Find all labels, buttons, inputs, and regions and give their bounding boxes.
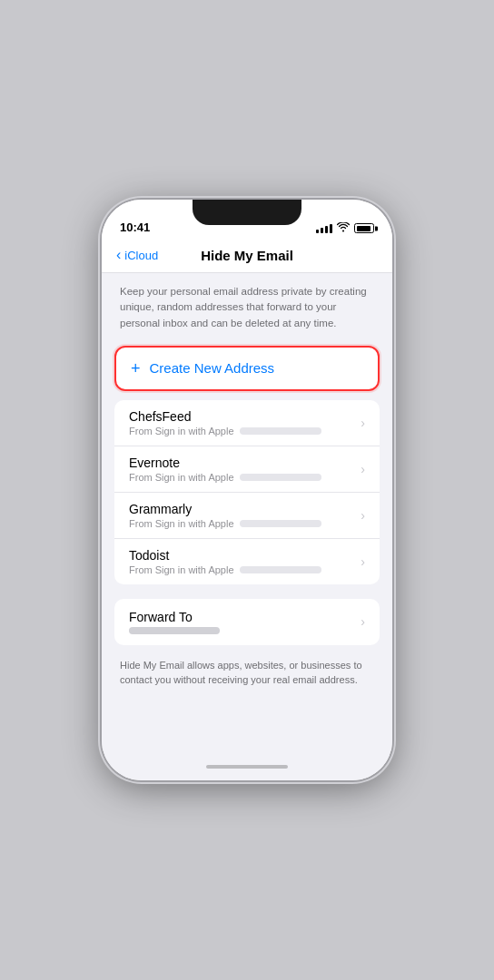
description-text: Keep your personal email address private… bbox=[102, 273, 392, 342]
list-item[interactable]: Grammarly From Sign in with Apple › bbox=[114, 493, 380, 539]
forward-to-section: Forward To › bbox=[114, 599, 380, 645]
app-list-section: ChefsFeed From Sign in with Apple › Ever… bbox=[114, 400, 380, 584]
signal-bar-3 bbox=[325, 226, 328, 233]
list-item-title: Grammarly bbox=[129, 502, 361, 516]
page-title: Hide My Email bbox=[201, 248, 293, 263]
status-icons bbox=[316, 222, 374, 234]
create-button-label: Create New Address bbox=[150, 360, 275, 376]
list-item-content: ChefsFeed From Sign in with Apple bbox=[129, 409, 361, 436]
list-item-title: ChefsFeed bbox=[129, 409, 361, 424]
phone-screen: 10:41 bbox=[102, 200, 392, 780]
signal-bar-1 bbox=[316, 230, 319, 233]
signal-bar-4 bbox=[330, 224, 332, 233]
signal-bars-icon bbox=[316, 223, 332, 233]
signal-bar-2 bbox=[321, 228, 323, 233]
redacted-email bbox=[240, 474, 321, 481]
footer-text: Hide My Email allows apps, websites, or … bbox=[102, 654, 392, 706]
status-bar: 10:41 bbox=[102, 200, 392, 240]
list-item-content: Evernote From Sign in with Apple bbox=[129, 456, 361, 483]
battery-icon bbox=[354, 223, 374, 233]
list-item-subtitle: From Sign in with Apple bbox=[129, 518, 361, 529]
home-indicator bbox=[102, 753, 392, 780]
list-item[interactable]: ChefsFeed From Sign in with Apple › bbox=[114, 400, 380, 446]
redacted-email bbox=[240, 566, 321, 573]
back-chevron-icon: ‹ bbox=[116, 247, 121, 263]
nav-bar: ‹ iCloud Hide My Email bbox=[102, 240, 392, 273]
list-item-content: Grammarly From Sign in with Apple bbox=[129, 502, 361, 529]
plus-icon: + bbox=[131, 360, 141, 377]
forward-to-item[interactable]: Forward To › bbox=[114, 599, 380, 645]
list-chevron-icon: › bbox=[361, 416, 365, 430]
forward-content: Forward To bbox=[129, 610, 361, 634]
redacted-email bbox=[240, 520, 321, 527]
list-chevron-icon: › bbox=[361, 554, 365, 569]
list-item-subtitle: From Sign in with Apple bbox=[129, 426, 361, 436]
create-button-container: + Create New Address bbox=[102, 342, 392, 400]
back-button[interactable]: ‹ iCloud bbox=[116, 247, 158, 263]
redacted-email bbox=[240, 427, 321, 435]
forward-title: Forward To bbox=[129, 610, 361, 624]
list-chevron-icon: › bbox=[361, 508, 365, 523]
list-item-subtitle: From Sign in with Apple bbox=[129, 472, 361, 483]
home-bar bbox=[206, 765, 288, 769]
list-item[interactable]: Evernote From Sign in with Apple › bbox=[114, 446, 380, 493]
list-item-title: Evernote bbox=[129, 456, 361, 470]
battery-fill bbox=[357, 226, 370, 231]
create-new-address-button[interactable]: + Create New Address bbox=[114, 346, 380, 391]
list-item[interactable]: Todoist From Sign in with Apple › bbox=[114, 539, 380, 584]
back-label: iCloud bbox=[124, 249, 158, 262]
forward-email-redacted bbox=[129, 627, 220, 634]
forward-chevron-icon: › bbox=[361, 614, 365, 629]
list-chevron-icon: › bbox=[361, 462, 365, 476]
status-time: 10:41 bbox=[120, 220, 150, 234]
scroll-content[interactable]: Keep your personal email address private… bbox=[102, 273, 392, 753]
list-item-subtitle: From Sign in with Apple bbox=[129, 564, 361, 575]
notch bbox=[193, 200, 301, 225]
list-item-content: Todoist From Sign in with Apple bbox=[129, 548, 361, 575]
list-item-title: Todoist bbox=[129, 548, 361, 563]
wifi-icon bbox=[337, 222, 350, 234]
phone-frame: 10:41 bbox=[102, 200, 392, 780]
